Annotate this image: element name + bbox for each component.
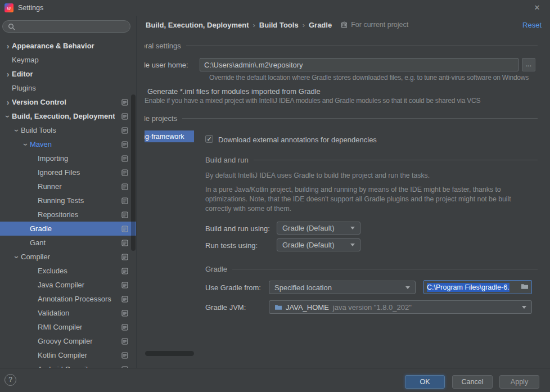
build-run-using-label: Build and run using: [205,224,270,233]
settings-badge-icon [121,282,128,289]
close-icon[interactable]: ✕ [532,3,542,13]
sidebar-item-java-compiler[interactable]: Java Compiler [0,278,137,292]
chevron-collapsed-icon[interactable]: › [4,98,12,106]
gradle-jvm-dropdown[interactable]: JAVA_HOME java version "1.8.0_202" [269,300,532,314]
run-tests-using-label: Run tests using: [205,241,258,250]
run-tests-using-dropdown[interactable]: Gradle (Default) [277,238,360,251]
settings-badge-icon [121,141,128,148]
sidebar-item-kotlin-compiler[interactable]: Kotlin Compiler [0,348,137,362]
gradle-user-home-label: Gradle user home: [145,61,188,69]
build-and-run-section-header: Build and run [205,156,538,164]
sidebar-item-running-tests[interactable]: Running Tests [0,193,137,208]
sidebar-item-label: Runner [38,182,62,191]
sidebar-item-label: Maven [30,140,52,148]
check-icon: ✓ [206,136,211,142]
sidebar-item-label: Running Tests [38,196,84,205]
sidebar-item-gant[interactable]: Gant [0,236,137,250]
gradle-projects-section-header: Gradle projects [145,114,538,123]
scope-indicator: For current project [341,21,408,29]
cancel-button[interactable]: Cancel [452,375,493,389]
sidebar-item-label: Importing [38,154,68,163]
sidebar-item-version-control[interactable]: ›Version Control [0,95,137,109]
sidebar-item-validation[interactable]: Validation [0,306,137,320]
settings-badge-icon [121,310,128,317]
sidebar-item-label: Version Control [12,98,66,106]
sidebar-item-label: RMI Compiler [38,323,82,331]
chevron-expanded-icon[interactable]: › [13,253,21,261]
sidebar-item-label: Build Tools [21,126,56,134]
chevron-collapsed-icon[interactable]: › [4,70,12,78]
chevron-collapsed-icon[interactable]: › [4,42,12,50]
settings-badge-icon [121,240,128,246]
sidebar-item-label: Gradle [30,224,52,233]
gradle-user-home-hint: Override the default location where Grad… [209,74,529,82]
sidebar-item-annotation-processors[interactable]: Annotation Processors [0,292,137,306]
sidebar-item-editor[interactable]: ›Editor [0,67,137,81]
settings-window: IJ Settings ✕ ›Appearance & BehaviorKeym… [0,0,550,392]
help-button[interactable]: ? [4,374,16,386]
sidebar-item-label: Build, Execution, Deployment [12,112,115,120]
reset-link[interactable]: Reset [522,21,542,29]
sidebar-item-excludes[interactable]: Excludes [0,264,137,278]
gradle-user-home-field[interactable]: C:\Users\admin\.m2\repository [200,58,519,71]
browse-user-home-button[interactable]: ... [522,58,535,71]
sidebar-item-groovy-compiler[interactable]: Groovy Compiler [0,334,137,348]
chevron-expanded-icon[interactable]: › [22,141,30,148]
sidebar-item-runner[interactable]: Runner [0,179,137,193]
breadcrumb-item[interactable]: Build Tools [259,21,299,29]
gradle-jvm-label: Gradle JVM: [205,303,246,312]
horizontal-scrollbar-thumb[interactable] [145,351,194,356]
use-gradle-from-dropdown[interactable]: Specified location [269,281,416,294]
search-input[interactable] [19,22,125,31]
gradle-location-selected-text: C:\Program Files\gradle-6. [427,283,510,292]
sidebar-item-keymap[interactable]: Keymap [0,53,137,67]
general-settings-section-header: General settings [145,42,538,50]
sidebar-item-rmi-compiler[interactable]: RMI Compiler [0,320,137,334]
chevron-down-icon [522,306,526,309]
sidebar-item-ignored-files[interactable]: Ignored Files [0,165,137,179]
project-list-item-selected[interactable]: spring-framework [145,130,194,142]
download-annotations-label[interactable]: Download external annotations for depend… [218,136,377,144]
breadcrumb-separator: › [253,21,255,29]
section-title: Gradle projects [145,114,177,123]
build-run-using-dropdown[interactable]: Gradle (Default) [277,222,360,235]
ok-button[interactable]: OK [405,375,445,389]
settings-search-box[interactable] [2,20,130,33]
dropdown-value: Specified location [274,283,332,292]
settings-page-header: Build, Execution, Deployment›Build Tools… [137,16,550,34]
sidebar-item-appearance-behavior[interactable]: ›Appearance & Behavior [0,39,137,53]
sidebar-item-android-compiler[interactable]: Android Compiler [0,362,137,368]
sidebar-item-gradle[interactable]: Gradle [0,222,137,236]
breadcrumb-item[interactable]: Gradle [309,21,332,29]
download-annotations-checkbox[interactable]: ✓ [205,135,213,143]
settings-badge-icon [121,99,128,106]
chevron-down-icon [350,227,355,229]
dialog-footer: ? OK Cancel Apply [0,368,550,392]
chevron-expanded-icon[interactable]: › [13,127,21,134]
sidebar-item-build-tools[interactable]: ›Build Tools [0,123,137,137]
scrolled-content: General settings Gradle user home: C:\Us… [145,35,550,361]
sidebar-item-repositories[interactable]: Repositories [0,208,137,222]
sidebar-vertical-scrollbar[interactable] [131,94,136,251]
sidebar-item-label: Plugins [12,84,36,92]
project-name: spring-framework [145,133,184,141]
settings-badge-icon [121,296,128,303]
sidebar-item-label: Groovy Compiler [38,337,93,345]
sidebar-item-plugins[interactable]: Plugins [0,81,137,95]
section-rule [232,269,538,269]
breadcrumb-item[interactable]: Build, Execution, Deployment [146,21,249,29]
section-title: General settings [145,42,181,50]
chevron-expanded-icon[interactable]: › [4,112,12,120]
folder-browse-icon[interactable] [521,283,529,291]
apply-button[interactable]: Apply [499,375,539,389]
sidebar-item-importing[interactable]: Importing [0,151,137,165]
sidebar-item-maven[interactable]: ›Maven [0,137,137,151]
build-run-description-2: In a pure Java/Kotlin project, building … [205,185,531,214]
use-gradle-from-label: Use Gradle from: [205,283,261,292]
sidebar-item-compiler[interactable]: ›Compiler [0,250,137,264]
sidebar-item-build-execution-deployment[interactable]: ›Build, Execution, Deployment [0,109,137,123]
generate-iml-label[interactable]: Generate *.iml files for modules importe… [147,87,321,96]
breadcrumb-separator: › [303,21,305,29]
settings-badge-icon [121,127,128,134]
gradle-location-field[interactable]: C:\Program Files\gradle-6. [423,280,532,294]
